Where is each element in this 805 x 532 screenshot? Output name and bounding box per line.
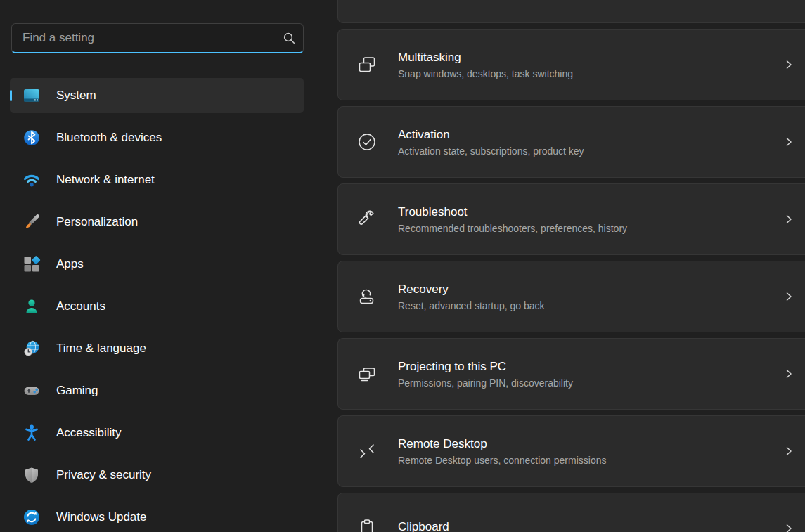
bluetooth-icon: [22, 129, 41, 147]
gamepad-icon: [22, 382, 41, 400]
chevron-right-icon: [784, 369, 794, 379]
sidebar-item-label: Apps: [56, 257, 84, 271]
setting-card-recovery[interactable]: Recovery Reset, advanced startup, go bac…: [337, 261, 805, 332]
setting-card-activation[interactable]: Activation Activation state, subscriptio…: [337, 106, 805, 178]
card-title: Activation: [398, 127, 584, 142]
sidebar-nav: System Bluetooth & devices Network & int…: [10, 78, 304, 532]
sidebar-item-label: Bluetooth & devices: [56, 131, 162, 145]
shield-icon: [22, 466, 41, 484]
sidebar-item-privacy-security[interactable]: Privacy & security: [10, 458, 304, 493]
update-refresh-icon: [22, 508, 41, 526]
wrench-icon: [356, 209, 378, 230]
search-input[interactable]: [12, 24, 275, 52]
card-title: Multitasking: [398, 50, 573, 65]
remote-desktop-icon: [356, 441, 378, 462]
sidebar-item-label: Personalization: [56, 215, 138, 229]
selection-indicator: [10, 90, 12, 101]
card-title: Clipboard: [398, 519, 449, 532]
card-title: Projecting to this PC: [398, 359, 573, 374]
chevron-right-icon: [784, 524, 794, 532]
settings-list: Discoverability, received files location…: [337, 0, 805, 532]
setting-card-clipboard[interactable]: Clipboard: [337, 493, 805, 532]
sidebar-item-label: Time & language: [56, 342, 146, 356]
sidebar-item-apps[interactable]: Apps: [10, 247, 304, 282]
sidebar-item-personalization[interactable]: Personalization: [10, 205, 304, 240]
card-subtitle: Snap windows, desktops, task switching: [398, 68, 573, 80]
setting-card-troubleshoot[interactable]: Troubleshoot Recommended troubleshooters…: [337, 183, 805, 255]
card-title: Recovery: [398, 282, 545, 297]
projecting-screens-icon: [356, 363, 378, 384]
search-icon[interactable]: [275, 24, 303, 52]
sidebar-item-label: Network & internet: [56, 173, 155, 187]
sidebar-item-gaming[interactable]: Gaming: [10, 373, 304, 408]
settings-sidebar: System Bluetooth & devices Network & int…: [0, 0, 323, 532]
sidebar-item-label: Privacy & security: [56, 468, 151, 482]
card-subtitle: Permissions, pairing PIN, discoverabilit…: [398, 377, 573, 389]
sidebar-item-label: Accessibility: [56, 426, 122, 440]
sidebar-item-label: System: [56, 89, 96, 103]
card-subtitle: Recommended troubleshooters, preferences…: [398, 223, 627, 235]
person-icon: [22, 297, 41, 316]
sidebar-item-accounts[interactable]: Accounts: [10, 289, 304, 324]
wifi-icon: [22, 171, 41, 189]
globe-clock-icon: [22, 339, 41, 358]
apps-icon: [22, 255, 41, 273]
search-box[interactable]: [11, 23, 304, 53]
setting-card-multitasking[interactable]: Multitasking Snap windows, desktops, tas…: [337, 29, 805, 100]
setting-card-projecting[interactable]: Projecting to this PC Permissions, pairi…: [337, 338, 805, 410]
sidebar-item-windows-update[interactable]: Windows Update: [10, 500, 304, 532]
accessibility-person-icon: [22, 424, 41, 442]
sidebar-item-bluetooth-devices[interactable]: Bluetooth & devices: [10, 120, 304, 155]
activation-check-icon: [356, 131, 378, 153]
sidebar-item-accessibility[interactable]: Accessibility: [10, 415, 304, 450]
chevron-right-icon: [784, 292, 794, 301]
sidebar-item-time-language[interactable]: Time & language: [10, 331, 304, 366]
sidebar-item-label: Gaming: [56, 384, 98, 398]
card-title: Remote Desktop: [398, 436, 606, 451]
chevron-right-icon: [784, 137, 794, 147]
paintbrush-icon: [22, 213, 41, 231]
chevron-right-icon: [784, 60, 794, 70]
card-title: Troubleshoot: [398, 205, 627, 219]
recovery-icon: [356, 286, 378, 307]
card-subtitle: Activation state, subscriptions, product…: [398, 145, 584, 157]
setting-card-nearby-sharing[interactable]: Discoverability, received files location: [337, 0, 805, 23]
system-icon: [22, 86, 41, 105]
text-caret: [22, 30, 22, 46]
sidebar-item-network-internet[interactable]: Network & internet: [10, 162, 304, 197]
setting-card-remote-desktop[interactable]: Remote Desktop Remote Desktop users, con…: [337, 415, 805, 487]
sidebar-item-label: Accounts: [56, 299, 105, 313]
chevron-right-icon: [784, 214, 794, 224]
card-subtitle: Remote Desktop users, connection permiss…: [398, 455, 606, 467]
sidebar-item-label: Windows Update: [56, 510, 147, 524]
clipboard-icon: [356, 518, 378, 532]
sidebar-item-system[interactable]: System: [10, 78, 304, 113]
card-subtitle: Reset, advanced startup, go back: [398, 300, 545, 312]
multitasking-icon: [356, 54, 378, 75]
chevron-right-icon: [784, 446, 794, 456]
